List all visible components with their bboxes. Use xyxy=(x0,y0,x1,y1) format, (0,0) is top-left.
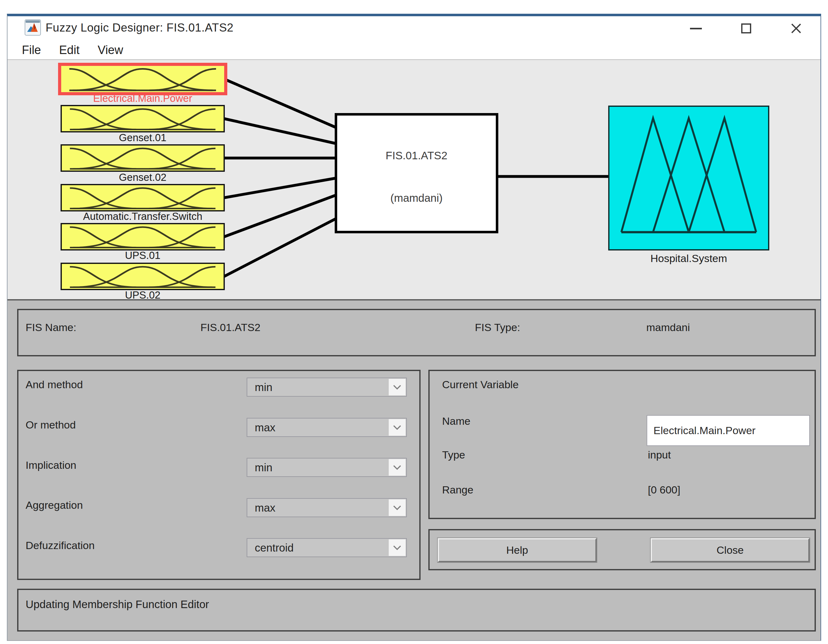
variable-name-input[interactable] xyxy=(647,415,810,446)
or-method-dropdown[interactable]: max xyxy=(247,418,407,437)
membership-curves-icon xyxy=(62,146,224,171)
menubar: File Edit View xyxy=(8,41,820,60)
input-box-ups-01[interactable] xyxy=(61,223,225,250)
maximize-button[interactable] xyxy=(733,17,759,39)
variable-name-label: Name xyxy=(442,415,470,427)
implication-label: Implication xyxy=(26,459,77,471)
output-membership-triangles-icon xyxy=(610,107,768,249)
variable-type-value: input xyxy=(648,449,671,461)
fis-type-value: mamdani xyxy=(646,321,690,333)
membership-curves-icon xyxy=(62,264,224,289)
input-box-electrical-main-power[interactable] xyxy=(58,63,227,95)
fis-type-label: FIS Type: xyxy=(475,321,520,333)
or-method-label: Or method xyxy=(26,419,76,431)
minimize-button[interactable] xyxy=(683,17,709,39)
output-box-hospital-system[interactable] xyxy=(608,105,769,250)
and-method-value: min xyxy=(255,381,272,394)
methods-panel: And method min Or method max Implication… xyxy=(17,370,420,580)
variable-type-label: Type xyxy=(442,449,465,461)
chevron-down-icon xyxy=(389,379,406,396)
matlab-app-icon xyxy=(25,19,41,36)
input-label-genset-02: Genset.02 xyxy=(31,171,254,185)
fis-system-name: FIS.01.ATS2 xyxy=(386,149,447,162)
fis-name-label: FIS Name: xyxy=(26,321,76,333)
aggregation-value: max xyxy=(255,501,275,514)
chevron-down-icon xyxy=(389,539,406,556)
input-box-ups-02[interactable] xyxy=(61,263,225,290)
chevron-down-icon xyxy=(389,419,406,436)
current-variable-title: Current Variable xyxy=(442,379,519,391)
maximize-icon xyxy=(741,24,751,33)
input-box-automatic-transfer-switch[interactable] xyxy=(61,184,225,211)
membership-curves-icon xyxy=(62,106,224,131)
variable-range-value: [0 600] xyxy=(648,484,680,496)
fis-system-kind: (mamdani) xyxy=(390,192,442,204)
and-method-dropdown[interactable]: min xyxy=(247,378,407,397)
aggregation-dropdown[interactable]: max xyxy=(247,498,407,517)
implication-value: min xyxy=(255,461,272,474)
input-label-ups-01: UPS.01 xyxy=(31,250,254,263)
menu-view[interactable]: View xyxy=(98,43,123,57)
input-label-genset-01: Genset.01 xyxy=(31,132,254,146)
membership-curves-icon xyxy=(62,185,224,210)
output-label-hospital-system: Hospital.System xyxy=(608,252,769,264)
implication-dropdown[interactable]: min xyxy=(247,458,407,477)
variable-range-label: Range xyxy=(442,484,473,496)
input-box-genset-02[interactable] xyxy=(61,144,225,172)
help-button[interactable]: Help xyxy=(438,538,597,562)
menu-file[interactable]: File xyxy=(22,43,41,57)
close-button[interactable]: Close xyxy=(651,538,809,562)
membership-curves-icon xyxy=(62,224,224,249)
close-window-button[interactable] xyxy=(783,17,809,39)
defuzzification-label: Defuzzification xyxy=(26,539,95,551)
defuzzification-value: centroid xyxy=(255,542,294,554)
control-area: FIS Name: FIS.01.ATS2 FIS Type: mamdani … xyxy=(8,299,820,641)
input-label-ups-02: UPS.02 xyxy=(31,289,254,299)
chevron-down-icon xyxy=(389,459,406,476)
actions-panel: Help Close xyxy=(428,529,816,570)
input-box-genset-01[interactable] xyxy=(61,105,225,132)
fis-name-value: FIS.01.ATS2 xyxy=(201,321,260,333)
or-method-value: max xyxy=(255,421,275,434)
aggregation-label: Aggregation xyxy=(26,499,83,511)
fis-info-panel: FIS Name: FIS.01.ATS2 FIS Type: mamdani xyxy=(17,309,816,357)
close-icon xyxy=(790,22,802,35)
chevron-down-icon xyxy=(389,499,406,516)
input-label-automatic-transfer-switch: Automatic.Transfer.Switch xyxy=(31,210,254,224)
fis-diagram: Electrical.Main.Power Genset.01 Genset.0… xyxy=(8,60,820,299)
input-label-electrical-main-power: Electrical.Main.Power xyxy=(31,93,254,106)
window-title: Fuzzy Logic Designer: FIS.01.ATS2 xyxy=(45,21,234,35)
and-method-label: And method xyxy=(26,379,83,391)
defuzzification-dropdown[interactable]: centroid xyxy=(247,538,407,557)
menu-edit[interactable]: Edit xyxy=(59,43,79,57)
fuzzy-logic-designer-window: Fuzzy Logic Designer: FIS.01.ATS2 File E… xyxy=(0,0,828,644)
status-panel: Updating Membership Function Editor xyxy=(17,589,816,631)
membership-curves-icon xyxy=(61,66,224,92)
status-message: Updating Membership Function Editor xyxy=(26,598,209,611)
fis-system-box[interactable]: FIS.01.ATS2 (mamdani) xyxy=(335,113,498,233)
minimize-icon xyxy=(690,28,702,29)
current-variable-panel: Current Variable Name Type input Range [… xyxy=(428,370,816,519)
titlebar: Fuzzy Logic Designer: FIS.01.ATS2 xyxy=(8,16,820,41)
